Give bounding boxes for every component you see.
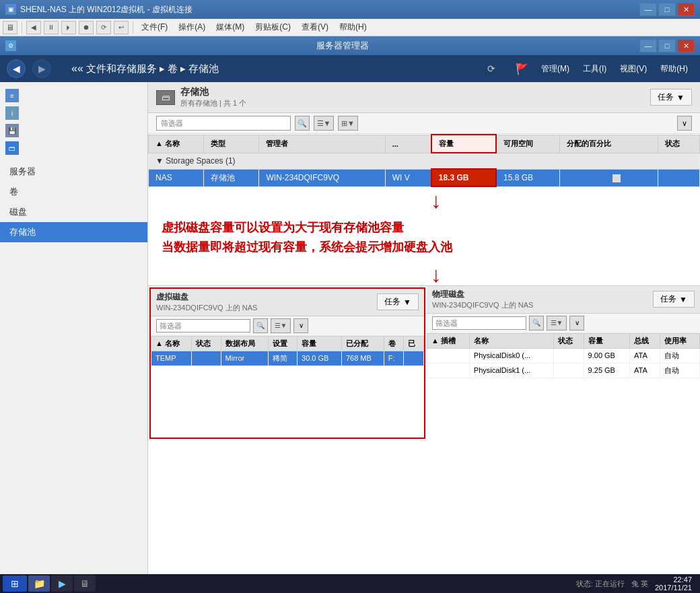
vdisk-filter-input[interactable]	[156, 319, 250, 333]
col-type[interactable]: 类型	[204, 135, 259, 153]
sidebar-item-pools[interactable]: 存储池	[0, 222, 147, 242]
sort-icon: ▲	[431, 337, 441, 345]
col-capacity[interactable]: 容量	[431, 135, 496, 153]
col-name[interactable]: ▲ 名称	[149, 135, 204, 153]
nav-manage[interactable]: 管理(M)	[536, 61, 575, 77]
pool-task-btn[interactable]: 任务 ▼	[650, 89, 692, 106]
vm-restore-btn[interactable]: □	[658, 3, 676, 16]
toolbar-btn-2[interactable]: ⏸	[44, 21, 59, 34]
pdisk-table-row-1[interactable]: PhysicalDisk1 (... 9.25 GB ATA 自动	[427, 363, 700, 378]
pdisk-slot-1	[427, 363, 470, 378]
group-label: ▼ Storage Spaces (1)	[149, 153, 700, 169]
vm-minimize-btn[interactable]: —	[639, 3, 657, 16]
sm-close-btn[interactable]: ✕	[677, 39, 695, 53]
sidebar-icon-1[interactable]: ≡	[5, 89, 19, 102]
vdisk-col-capacity[interactable]: 容量	[298, 336, 342, 351]
vdisk-col-setting[interactable]: 设置	[268, 336, 297, 351]
vdisk-table-row[interactable]: TEMP Mirror 稀简 30.0 GB 768 MB F:	[151, 351, 424, 365]
toolbar-btn-6[interactable]: ↩	[114, 21, 129, 34]
col-percent[interactable]: 分配的百分比	[560, 135, 658, 153]
taskbar-cmd-btn[interactable]: ▶	[51, 575, 73, 592]
pdisk-filter-input[interactable]	[432, 316, 526, 330]
menu-file[interactable]: 文件(F)	[137, 20, 172, 34]
pool-expand-btn[interactable]: ∨	[677, 116, 692, 131]
pdisk-col-status[interactable]: 状态	[553, 333, 584, 348]
pool-subtitle: 所有存储池 | 共 1 个	[180, 98, 246, 108]
vdisk-table-head: ▲ 名称 状态 数据布局 设置 容量 已分配 卷 已	[151, 336, 424, 351]
bottom-panels: 虚拟磁盘 WIN-234DQIFC9VQ 上的 NAS 任务 ▼ 🔍 ☰▼	[148, 285, 700, 440]
taskbar-explorer-btn[interactable]: 📁	[28, 575, 50, 592]
sm-controls[interactable]: — □ ✕	[639, 39, 695, 53]
pdisk-expand-btn[interactable]: ∨	[569, 316, 584, 330]
pdisk-view-btn[interactable]: ☰▼	[547, 316, 567, 330]
nav-help[interactable]: 帮助(H)	[655, 61, 693, 77]
pdisk-task-btn[interactable]: 任务 ▼	[653, 291, 695, 308]
pdisk-col-name[interactable]: 名称	[469, 333, 553, 348]
nav-back-btn[interactable]: ◀	[7, 59, 26, 78]
col-available[interactable]: 可用空间	[496, 135, 560, 153]
vdisk-expand-btn[interactable]: ∨	[293, 318, 308, 333]
nav-flag-icon[interactable]: 🚩	[516, 63, 529, 75]
vm-window-title: SHENL-NAS 上的 WIN2012虚拟机 - 虚拟机连接	[20, 4, 193, 15]
toolbar-btn-4[interactable]: ⏺	[79, 21, 94, 34]
pdisk-table-row-0[interactable]: PhysicalDisk0 (... 9.00 GB ATA 自动	[427, 348, 700, 363]
toolbar-btn-5[interactable]: ⟳	[96, 21, 111, 34]
menu-media[interactable]: 媒体(M)	[212, 20, 248, 34]
sm-minimize-btn[interactable]: —	[639, 39, 657, 53]
pdisk-task-icon: ▼	[679, 295, 687, 304]
nav-forward-btn[interactable]: ▶	[32, 59, 51, 78]
vdisk-col-volume[interactable]: 卷	[384, 336, 404, 351]
toolbar-btn-3[interactable]: ⏵	[61, 21, 76, 34]
vdisk-col-status[interactable]: 状态	[192, 336, 221, 351]
nav-refresh-btn[interactable]: ⟳	[483, 61, 499, 77]
vm-toolbar-icon-btn[interactable]: 🖥	[3, 21, 18, 34]
pool-view-btn2[interactable]: ⊞▼	[338, 116, 358, 131]
pdisk-col-usage[interactable]: 使用率	[660, 333, 699, 348]
menu-clipboard[interactable]: 剪贴板(C)	[251, 20, 295, 34]
taskbar-sm-btn[interactable]: 🖥	[74, 575, 96, 592]
vdisk-view-btn[interactable]: ☰▼	[271, 318, 291, 333]
pdisk-search-btn[interactable]: 🔍	[529, 316, 544, 330]
taskbar-status: 状态: 正在运行	[571, 579, 630, 589]
pool-filter-input[interactable]	[156, 116, 291, 131]
sidebar-item-volumes[interactable]: 卷	[0, 182, 147, 202]
pool-table-row[interactable]: NAS 存储池 WIN-234DQIFC9VQ WI V 18.3 GB 15.…	[149, 169, 700, 186]
taskbar-start-btn[interactable]: ⊞	[3, 575, 27, 592]
sort-icon: ▲	[155, 139, 165, 147]
vdisk-task-btn[interactable]: 任务 ▼	[377, 293, 419, 310]
time-value: 22:47	[655, 575, 692, 584]
col-manager[interactable]: 管理者	[259, 135, 385, 153]
nav-view[interactable]: 视图(V)	[615, 61, 652, 77]
pdisk-col-capacity[interactable]: 容量	[584, 333, 629, 348]
sidebar-item-disks[interactable]: 磁盘	[0, 202, 147, 222]
pool-view-btn[interactable]: ☰▼	[314, 116, 334, 131]
menu-view[interactable]: 查看(V)	[298, 20, 332, 34]
vdisk-header-row: ▲ 名称 状态 数据布局 设置 容量 已分配 卷 已	[151, 336, 424, 351]
vdisk-col-name[interactable]: ▲ 名称	[151, 336, 192, 351]
sm-window: ⚙ 服务器管理器 — □ ✕ ◀ ▶ «« 文件和存储服务 ▸ 卷 ▸ 存储池 …	[0, 36, 700, 574]
menu-help[interactable]: 帮助(H)	[335, 20, 371, 34]
col-extra[interactable]: ...	[385, 135, 431, 153]
vdisk-col-allocated[interactable]: 已分配	[341, 336, 384, 351]
vdisk-search-btn[interactable]: 🔍	[253, 318, 268, 333]
sidebar-icon-4[interactable]: 🗃	[5, 141, 19, 155]
vdisk-col-layout[interactable]: 数据布局	[221, 336, 268, 351]
sidebar-item-server[interactable]: 服务器	[0, 162, 147, 182]
pool-filter-search-btn[interactable]: 🔍	[295, 116, 310, 131]
sidebar-icon-row-4: 🗃	[3, 140, 145, 156]
group-name: Storage Spaces (1)	[166, 156, 235, 166]
row-percent	[560, 169, 658, 186]
vm-close-btn[interactable]: ✕	[677, 3, 695, 16]
sidebar-icon-3[interactable]: 💾	[5, 124, 19, 137]
sm-restore-btn[interactable]: □	[658, 39, 676, 53]
vdisk-col-extra[interactable]: 已	[404, 336, 424, 351]
pdisk-col-slot[interactable]: ▲ 插槽	[427, 333, 470, 348]
pdisk-col-bus[interactable]: 总线	[630, 333, 660, 348]
sidebar-icon-2[interactable]: i	[5, 106, 19, 120]
pdisk-header-row: ▲ 插槽 名称 状态 容量 总线 使用率	[427, 333, 700, 348]
toolbar-btn-1[interactable]: ◀	[26, 21, 41, 34]
vm-controls[interactable]: — □ ✕	[639, 3, 695, 16]
nav-tools[interactable]: 工具(I)	[578, 61, 612, 77]
col-status[interactable]: 状态	[658, 135, 699, 153]
menu-action[interactable]: 操作(A)	[174, 20, 209, 34]
